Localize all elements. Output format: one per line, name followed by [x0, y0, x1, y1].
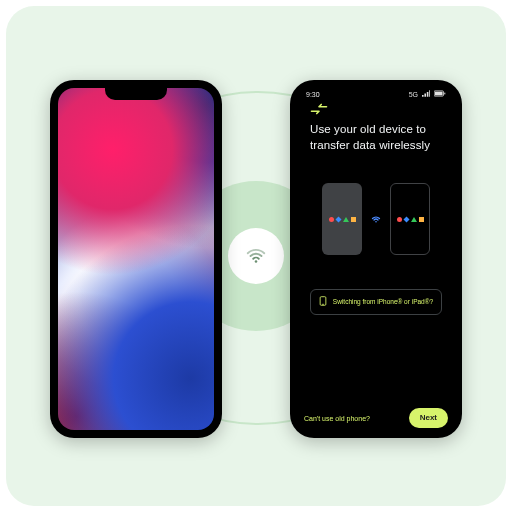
old-phone-mockup: [50, 80, 222, 438]
swap-icon: [296, 100, 456, 116]
svg-point-4: [375, 221, 377, 223]
wifi-icon: [245, 245, 267, 267]
svg-rect-6: [322, 304, 324, 305]
notch-icon: [105, 88, 167, 100]
illustration-card: 9:30 5G Use your old device to transfer …: [6, 6, 506, 506]
battery-icon: [434, 90, 446, 98]
switching-text: Switching from iPhone® or iPad®?: [333, 299, 433, 306]
mini-phone-old: [322, 183, 362, 255]
old-phone-wallpaper: [58, 88, 214, 430]
mini-phone-new: [390, 183, 430, 255]
wifi-small-icon: [370, 213, 382, 225]
next-button[interactable]: Next: [409, 408, 448, 428]
transfer-heading-line2: transfer data wirelessly: [310, 139, 430, 151]
svg-point-0: [255, 260, 258, 263]
status-time: 9:30: [306, 91, 320, 98]
svg-rect-2: [435, 92, 443, 95]
status-network: 5G: [409, 91, 418, 98]
cant-use-link[interactable]: Can't use old phone?: [304, 415, 370, 422]
next-button-label: Next: [420, 414, 437, 422]
phone-small-icon: [319, 296, 327, 308]
status-bar: 9:30 5G: [296, 86, 456, 100]
device-illustration: [310, 183, 442, 255]
new-phone-mockup: 9:30 5G Use your old device to transfer …: [290, 80, 462, 438]
transfer-heading: Use your old device to transfer data wir…: [310, 122, 442, 153]
svg-rect-3: [444, 93, 445, 95]
transfer-heading-line1: Use your old device to: [310, 123, 426, 135]
signal-icon: [422, 90, 430, 98]
wifi-badge: [228, 228, 284, 284]
switching-banner[interactable]: Switching from iPhone® or iPad®?: [310, 289, 442, 315]
